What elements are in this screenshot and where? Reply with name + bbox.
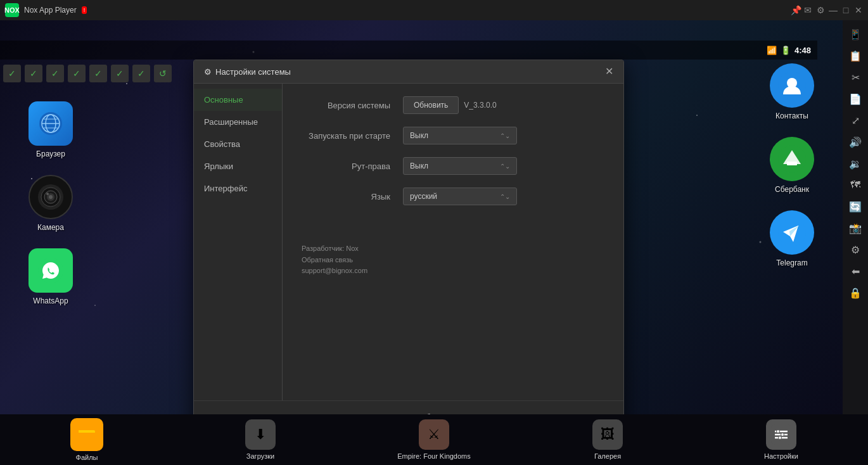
modal-sidebar: Основные Расширенные Свойства Ярлыки Инт…	[194, 84, 283, 400]
maximize-button[interactable]: □	[841, 6, 850, 15]
desktop: 📶 🔋 4:48 ✓ ✓ ✓ ✓ ✓ ✓ ✓ ↺ Брау	[0, 20, 843, 414]
app-title: Nox App Player	[24, 6, 77, 15]
modal-title-container: ⚙ Настройки системы	[204, 67, 291, 77]
minimize-button[interactable]: —	[829, 6, 838, 15]
nav-advanced[interactable]: Расширенные	[194, 111, 282, 133]
downloads-label: Загрузки	[246, 452, 274, 460]
files-icon	[70, 418, 103, 451]
svg-point-37	[781, 433, 784, 436]
startup-control: Выкл ⌃⌄	[403, 127, 604, 144]
startup-value: Выкл	[410, 131, 428, 140]
sidebar-back-icon[interactable]: ⬅	[846, 262, 864, 280]
sidebar-volume-up-icon[interactable]: 🔊	[846, 133, 864, 151]
sidebar-screenshot-icon[interactable]: 📸	[846, 219, 864, 237]
modal-close-button[interactable]: ✕	[605, 67, 613, 77]
sidebar-rotate-icon[interactable]: 🔄	[846, 198, 864, 215]
sidebar-doc-icon[interactable]: 📄	[846, 90, 864, 108]
close-button[interactable]: ✕	[854, 6, 863, 15]
version-control: Обновить V_3.3.0.0	[403, 96, 604, 114]
modal-main-content: Версия системы Обновить V_3.3.0.0 Запуск…	[283, 84, 623, 400]
nav-interface[interactable]: Интерфейс	[194, 177, 282, 200]
modal-title-text: Настройки системы	[215, 67, 291, 77]
startup-dropdown[interactable]: Выкл ⌃⌄	[403, 127, 517, 144]
root-arrow-icon: ⌃⌄	[500, 163, 510, 170]
startup-row: Запускать при старте Выкл ⌃⌄	[302, 127, 604, 144]
gallery-label: Галерея	[594, 452, 621, 460]
nav-shortcuts[interactable]: Ярлыки	[194, 155, 282, 177]
footer-feedback: Обратная связь	[302, 255, 604, 266]
settings-taskbar-icon	[766, 419, 796, 450]
downloads-icon: ⬇	[245, 419, 276, 450]
sidebar-lock-icon[interactable]: 🔒	[846, 284, 864, 302]
footer-email: support@bignox.com	[302, 265, 604, 277]
notification-badge: !	[82, 6, 87, 14]
sidebar-clipboard-icon[interactable]: 📋	[846, 47, 864, 65]
language-label: Язык	[302, 192, 390, 201]
nav-basic[interactable]: Основные	[194, 89, 282, 111]
footer-dev: Разработчик: Nox	[302, 243, 604, 255]
mail-button[interactable]: ✉	[803, 6, 812, 15]
empire-icon: ⚔	[419, 419, 449, 450]
footer-info-section: Разработчик: Nox Обратная связь support@…	[302, 243, 604, 277]
taskbar-settings[interactable]: Настройки	[694, 419, 868, 460]
modal-header: ⚙ Настройки системы ✕	[194, 60, 623, 84]
root-control: Выкл ⌃⌄	[403, 157, 604, 175]
root-value: Выкл	[410, 162, 428, 170]
startup-arrow-icon: ⌃⌄	[500, 132, 510, 139]
modal-actions: Сохранить изменения Сбросить и сохранить	[194, 400, 623, 414]
settings-gear-icon: ⚙	[204, 67, 212, 77]
nox-logo: NOX	[5, 3, 19, 17]
right-sidebar: 📱 📋 ✂ 📄 ⤢ 🔊 🔉 🗺 🔄 📸 ⚙ ⬅ 🔒	[843, 20, 868, 414]
settings-title-button[interactable]: ⚙	[816, 6, 825, 15]
modal-overlay: ⚙ Настройки системы ✕ Основные Расширенн…	[0, 41, 817, 364]
version-value: V_3.3.0.0	[464, 101, 496, 110]
taskbar-files[interactable]: Файлы	[0, 418, 174, 461]
gallery-icon: 🖼	[592, 419, 623, 450]
title-bar-left: NOX Nox App Player !	[5, 3, 87, 17]
title-bar: NOX Nox App Player ! 📌 ✉ ⚙ — □ ✕	[0, 0, 868, 20]
language-arrow-icon: ⌃⌄	[500, 193, 510, 200]
sidebar-map-icon[interactable]: 🗺	[846, 176, 864, 194]
language-row: Язык русский ⌃⌄	[302, 188, 604, 205]
taskbar-empire[interactable]: ⚔ Empire: Four Kingdoms	[347, 419, 521, 460]
taskbar: Файлы ⬇ Загрузки ⚔ Empire: Four Kingdoms…	[0, 414, 868, 465]
version-label: Версия системы	[302, 101, 390, 110]
root-row: Рут-права Выкл ⌃⌄	[302, 157, 604, 175]
update-button[interactable]: Обновить	[403, 96, 459, 114]
svg-point-38	[779, 436, 782, 440]
language-control: русский ⌃⌄	[403, 188, 604, 205]
nav-properties[interactable]: Свойства	[194, 133, 282, 155]
language-value: русский	[410, 192, 437, 201]
modal-body: Основные Расширенные Свойства Ярлыки Инт…	[194, 84, 623, 400]
reset-button[interactable]: Сбросить и сохранить	[414, 409, 511, 414]
sidebar-phone-icon[interactable]: 📱	[846, 25, 864, 43]
settings-taskbar-label: Настройки	[764, 452, 798, 460]
sidebar-expand-icon[interactable]: ⤢	[846, 111, 864, 129]
svg-point-36	[777, 430, 780, 433]
empire-label: Empire: Four Kingdoms	[397, 452, 471, 460]
sidebar-settings-icon[interactable]: ⚙	[846, 241, 864, 258]
taskbar-downloads[interactable]: ⬇ Загрузки	[174, 419, 347, 460]
sidebar-cut-icon[interactable]: ✂	[846, 68, 864, 86]
language-dropdown[interactable]: русский ⌃⌄	[403, 188, 517, 205]
window-controls: 📌 ✉ ⚙ — □ ✕	[791, 6, 863, 15]
version-row: Версия системы Обновить V_3.3.0.0	[302, 96, 604, 114]
save-button[interactable]: Сохранить изменения	[306, 409, 404, 414]
files-label: Файлы	[76, 454, 98, 461]
taskbar-gallery[interactable]: 🖼 Галерея	[521, 419, 694, 460]
startup-label: Запускать при старте	[302, 131, 390, 141]
settings-modal: ⚙ Настройки системы ✕ Основные Расширенн…	[193, 60, 624, 414]
pin-button[interactable]: 📌	[791, 6, 800, 15]
root-label: Рут-права	[302, 162, 390, 171]
root-dropdown[interactable]: Выкл ⌃⌄	[403, 157, 517, 175]
sidebar-volume-down-icon[interactable]: 🔉	[846, 155, 864, 172]
